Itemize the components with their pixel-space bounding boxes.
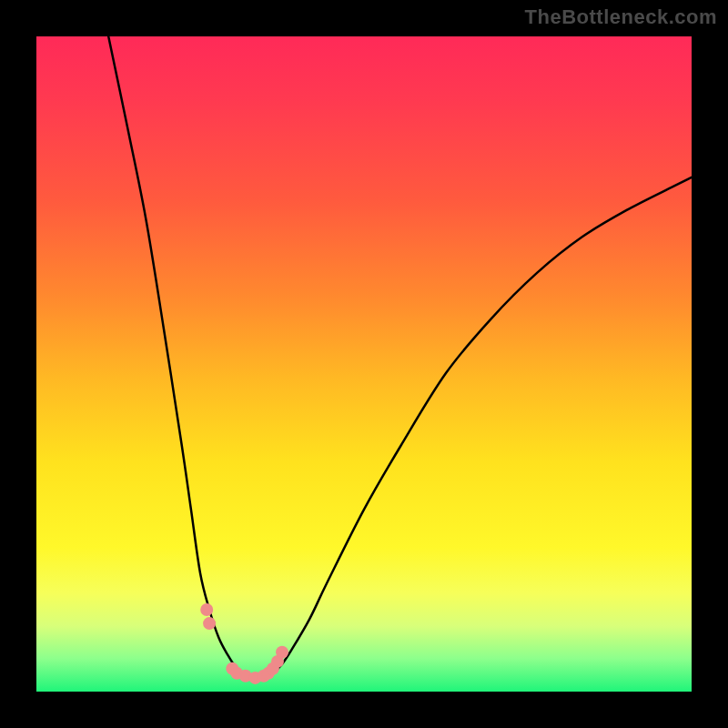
chart-frame: TheBottleneck.com (0, 0, 728, 728)
marker-cluster (200, 603, 288, 684)
marker-dot (200, 603, 213, 616)
right-curve-path (265, 177, 692, 678)
left-curve-path (108, 36, 255, 678)
marker-dot (203, 617, 216, 630)
watermark-text: TheBottleneck.com (525, 5, 717, 29)
right-curve (265, 177, 692, 678)
marker-dot (276, 646, 288, 659)
left-curve (108, 36, 255, 678)
chart-svg (36, 36, 692, 692)
plot-area (36, 36, 692, 692)
